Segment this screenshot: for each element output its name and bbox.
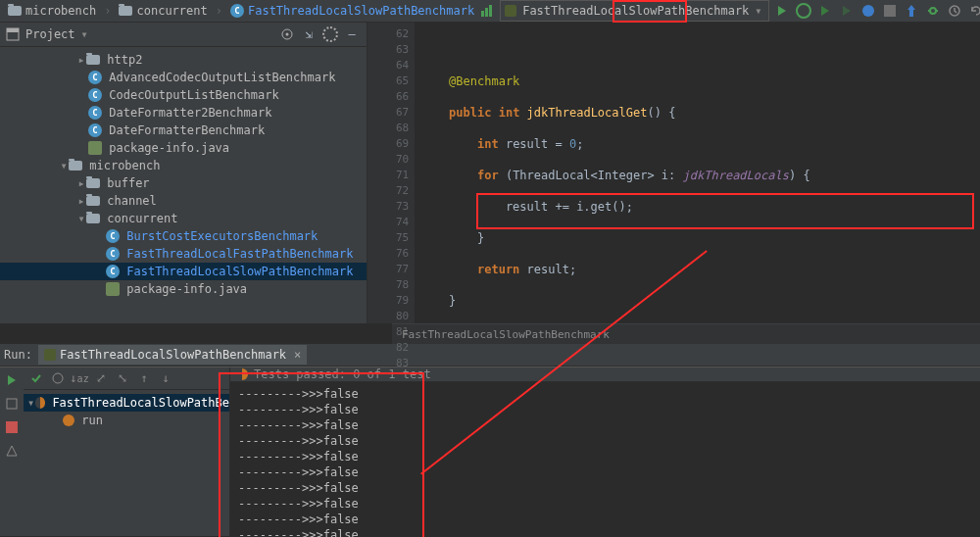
svg-rect-4 xyxy=(884,5,896,17)
sort-icon[interactable]: ↓az xyxy=(71,369,88,387)
tree-item-fastpath[interactable]: C FastThreadLocalFastPathBenchmark xyxy=(0,245,367,263)
tree-item-pkginfo2[interactable]: package-info.java xyxy=(0,280,367,298)
git-revert-icon[interactable] xyxy=(967,2,980,20)
tree-label: DateFormatter2Benchmark xyxy=(109,106,271,120)
git-history-icon[interactable] xyxy=(946,2,963,20)
tree-item-datef2[interactable]: C DateFormatter2Benchmark xyxy=(0,104,367,122)
prev-icon[interactable]: ↑ xyxy=(135,369,153,387)
test-running-icon xyxy=(63,415,74,426)
editor-crumb-bar: FastThreadLocalSlowPathBenchmark xyxy=(392,323,980,344)
run-tab-label: FastThreadLocalSlowPathBenchmark xyxy=(60,348,286,362)
breadcrumb-label: concurrent xyxy=(136,4,207,18)
tree-item-http2[interactable]: ▸ http2 xyxy=(0,51,367,69)
svg-rect-1 xyxy=(485,8,488,17)
test-root[interactable]: ▾ FastThreadLocalSlowPathBe xyxy=(24,394,229,412)
editor-code[interactable]: @Benchmark public int jdkThreadLocalGet(… xyxy=(415,23,980,323)
next-icon[interactable]: ↓ xyxy=(157,369,174,387)
run-toolbar: FastThreadLocalSlowPathBenchmark ▾ xyxy=(478,0,980,22)
crumb-label[interactable]: FastThreadLocalSlowPathBenchmark xyxy=(402,328,610,341)
class-icon: C xyxy=(230,4,244,18)
dump-threads-button[interactable] xyxy=(3,442,21,460)
class-icon: C xyxy=(106,229,120,243)
tree-label: AdvancedCodecOutputListBenchmark xyxy=(109,71,335,84)
editor[interactable]: 6263646566676869707172737475767778798081… xyxy=(368,23,980,323)
test-label: run xyxy=(81,414,103,427)
project-icon xyxy=(6,27,20,41)
run-tab-strip: Run: FastThreadLocalSlowPathBenchmark × xyxy=(0,344,980,366)
toggle-tests-button[interactable] xyxy=(3,395,21,413)
tree-item-burst[interactable]: C BurstCostExecutorsBenchmark xyxy=(0,227,367,245)
svg-rect-10 xyxy=(7,28,19,32)
collapse-icon[interactable]: ⤡ xyxy=(114,369,131,387)
folder-icon xyxy=(86,55,100,65)
show-passed-icon[interactable] xyxy=(27,369,45,387)
run-config-selector[interactable]: FastThreadLocalSlowPathBenchmark ▾ xyxy=(500,0,768,22)
run-button[interactable] xyxy=(773,2,791,20)
tree-item-advcodec[interactable]: C AdvancedCodecOutputListBenchmark xyxy=(0,69,367,86)
tree-item-concurrent[interactable]: ▾ concurrent xyxy=(0,210,367,227)
run-coverage-button[interactable] xyxy=(816,2,834,20)
git-commit-icon[interactable] xyxy=(924,2,942,20)
chevron-down-icon[interactable]: ▾ xyxy=(81,27,88,41)
expand-all-icon[interactable]: ⇲ xyxy=(300,25,318,43)
run-tab[interactable]: FastThreadLocalSlowPathBenchmark × xyxy=(38,345,307,365)
tree-label: package-info.java xyxy=(126,282,247,296)
rerun-button[interactable] xyxy=(3,371,21,389)
folder-icon xyxy=(119,6,132,16)
tree-item-pkginfo[interactable]: package-info.java xyxy=(0,139,367,157)
tree-label: FastThreadLocalSlowPathBenchmark xyxy=(126,265,353,278)
svg-point-3 xyxy=(862,5,874,17)
run-side-toolbar xyxy=(0,367,24,536)
console-line: --------->>>false xyxy=(238,480,972,496)
test-leaf-run[interactable]: run xyxy=(24,412,229,429)
class-icon: C xyxy=(88,71,102,84)
collapse-all-icon[interactable] xyxy=(321,25,339,43)
breadcrumb-seg-microbench[interactable]: microbench xyxy=(4,4,100,18)
svg-rect-0 xyxy=(481,11,484,17)
stop-button[interactable] xyxy=(881,2,899,20)
tree-item-buffer[interactable]: ▸ buffer xyxy=(0,174,367,192)
breadcrumb: microbench › concurrent › C FastThreadLo… xyxy=(4,4,478,18)
folder-icon xyxy=(86,214,100,223)
run-config-label: FastThreadLocalSlowPathBenchmark xyxy=(522,4,749,18)
build-icon[interactable] xyxy=(478,2,496,20)
tree-label: channel xyxy=(107,194,157,208)
hide-icon[interactable]: — xyxy=(343,25,361,43)
test-tree[interactable]: ▾ FastThreadLocalSlowPathBe run xyxy=(24,390,229,433)
tree-item-microbench[interactable]: ▾ microbench xyxy=(0,157,367,174)
class-icon: C xyxy=(106,247,120,261)
class-icon: C xyxy=(106,265,120,278)
svg-rect-14 xyxy=(6,421,18,433)
attach-button[interactable] xyxy=(859,2,877,20)
project-title: Project xyxy=(25,27,75,41)
svg-point-15 xyxy=(53,373,63,383)
tree-item-codecout[interactable]: C CodecOutputListBenchmark xyxy=(0,86,367,104)
class-icon: C xyxy=(88,88,102,102)
tree-item-slowpath[interactable]: C FastThreadLocalSlowPathBenchmark xyxy=(0,263,367,280)
select-open-file-icon[interactable] xyxy=(278,25,296,43)
console-line: --------->>>false xyxy=(238,512,972,527)
expand-icon[interactable]: ⤢ xyxy=(92,369,110,387)
run-label: Run: xyxy=(4,348,32,362)
git-update-icon[interactable] xyxy=(903,2,920,20)
project-tree[interactable]: ▸ http2 C AdvancedCodecOutputListBenchma… xyxy=(0,47,367,323)
test-progress-icon xyxy=(236,368,248,380)
tree-item-datef[interactable]: C DateFormatterBenchmark xyxy=(0,122,367,139)
svg-rect-2 xyxy=(489,5,492,17)
close-icon[interactable]: × xyxy=(290,348,301,362)
show-ignored-icon[interactable] xyxy=(49,369,67,387)
console-line: --------->>>false xyxy=(238,402,972,417)
tree-item-channel[interactable]: ▸ channel xyxy=(0,192,367,210)
tree-label: http2 xyxy=(107,53,142,67)
debug-button[interactable] xyxy=(795,2,812,20)
run-output-panel: Tests passed: 0 of 1 test --------->>>fa… xyxy=(230,367,980,536)
breadcrumb-seg-concurrent[interactable]: concurrent xyxy=(115,4,211,18)
tree-label: concurrent xyxy=(107,212,177,225)
svg-point-12 xyxy=(286,33,289,36)
breadcrumb-seg-file[interactable]: C FastThreadLocalSlowPathBenchmark xyxy=(226,4,478,18)
console-line: --------->>>false xyxy=(238,496,972,512)
stop-button[interactable] xyxy=(3,418,21,436)
console-output[interactable]: --------->>>false --------->>>false ----… xyxy=(230,382,980,537)
profile-button[interactable] xyxy=(838,2,856,20)
java-file-icon xyxy=(88,141,102,155)
